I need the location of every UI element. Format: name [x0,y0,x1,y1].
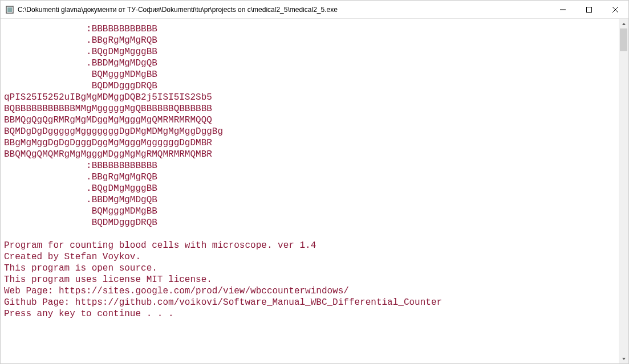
close-button[interactable] [602,1,628,18]
vertical-scrollbar[interactable] [619,19,628,363]
window-title: C:\Dokumenti glavna\документи от ТУ-Софи… [18,6,550,14]
app-icon [5,5,14,14]
maximize-button[interactable] [576,1,602,18]
minimize-button[interactable] [550,1,576,18]
minimize-icon [560,7,566,13]
console-output: :BBBBBBBBBBBB .BBgRgMgMgRQB .BQgDMgMgggB… [1,19,619,363]
scroll-up-arrow-icon[interactable] [619,19,628,28]
scroll-thumb[interactable] [620,28,627,51]
svg-rect-1 [7,7,12,12]
titlebar[interactable]: C:\Dokumenti glavna\документи от ТУ-Софи… [1,1,628,19]
maximize-icon [586,7,592,13]
close-icon [612,7,618,13]
client-area: :BBBBBBBBBBBB .BBgRgMgMgRQB .BQgDMgMgggB… [1,19,628,363]
window-controls [550,1,628,18]
application-window: C:\Dokumenti glavna\документи от ТУ-Софи… [0,0,629,364]
scroll-down-arrow-icon[interactable] [619,354,628,363]
svg-rect-3 [587,7,592,12]
scroll-track[interactable] [619,28,628,354]
